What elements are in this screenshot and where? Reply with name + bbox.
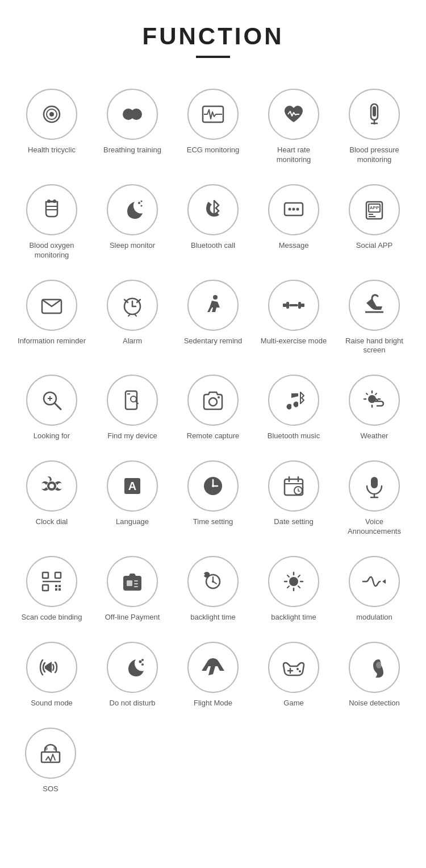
- icon-alarm: [107, 280, 158, 331]
- icon-blood-pressure: [349, 89, 400, 140]
- icon-multi-exercise: [268, 280, 319, 331]
- item-scan-code: Scan code binding: [11, 548, 92, 628]
- item-date-setting: Date setting: [253, 452, 334, 542]
- label-message: Message: [279, 241, 309, 251]
- item-sos: SOS: [23, 720, 78, 800]
- svg-point-4: [131, 109, 142, 120]
- svg-rect-77: [43, 572, 48, 578]
- svg-rect-74: [371, 477, 378, 488]
- icon-noise-detection: [349, 642, 400, 693]
- item-sleep-monitor: Sleep monitor: [92, 176, 173, 266]
- svg-point-93: [289, 577, 298, 586]
- svg-point-17: [141, 200, 143, 202]
- icon-modulation: [349, 556, 400, 607]
- svg-point-15: [138, 202, 140, 204]
- label-backlight-time-1: backlight time: [190, 613, 235, 622]
- svg-rect-81: [55, 585, 57, 587]
- svg-rect-85: [127, 580, 132, 586]
- svg-rect-79: [43, 585, 48, 591]
- svg-point-51: [209, 398, 217, 406]
- item-voice: Voice Announcements: [334, 452, 415, 542]
- label-time-setting: Time setting: [193, 517, 233, 527]
- icon-raise-hand: [349, 280, 400, 331]
- svg-line-100: [287, 586, 289, 588]
- item-info-reminder: Information reminder: [11, 272, 92, 362]
- svg-rect-37: [283, 304, 286, 307]
- item-clock-dial: Clock dial: [11, 452, 92, 542]
- icon-sleep-monitor: [107, 184, 158, 235]
- item-alarm: Alarm: [92, 272, 173, 362]
- svg-rect-82: [59, 585, 61, 587]
- label-do-not-disturb: Do not disturb: [110, 699, 156, 708]
- icon-breathing-training: [107, 89, 158, 140]
- label-breathing-training: Breathing training: [103, 146, 161, 155]
- label-sos: SOS: [43, 784, 58, 794]
- icon-bluetooth-call: [187, 184, 239, 235]
- svg-point-106: [141, 663, 144, 666]
- svg-point-114: [44, 747, 48, 750]
- label-info-reminder: Information reminder: [18, 337, 86, 346]
- label-modulation: modulation: [356, 613, 392, 622]
- icon-sound-mode: [26, 642, 77, 693]
- icon-looking-for: [26, 375, 77, 426]
- svg-point-52: [218, 396, 220, 398]
- icon-backlight-time-2: [268, 556, 319, 607]
- item-bluetooth-music: Bluetooth music: [253, 367, 334, 447]
- icon-language: A: [107, 460, 158, 512]
- icon-find-device: [107, 375, 158, 426]
- icon-message: [268, 184, 319, 235]
- icon-bluetooth-music: [268, 375, 319, 426]
- icon-offline-payment: [107, 556, 158, 607]
- label-sleep-monitor: Sleep monitor: [110, 241, 155, 251]
- item-health-tricyclic: Health tricyclic: [11, 81, 92, 171]
- label-blood-oxygen: Blood oxygen monitoring: [18, 241, 86, 260]
- svg-rect-7: [373, 106, 376, 117]
- label-scan-code: Scan code binding: [22, 613, 82, 622]
- label-flight-mode: Flight Mode: [194, 699, 232, 708]
- item-multi-exercise: Multi-exercise mode: [253, 272, 334, 362]
- title-underline: [196, 56, 230, 58]
- label-bluetooth-call: Bluetooth call: [191, 241, 235, 251]
- label-voice: Voice Announcements: [340, 517, 408, 537]
- svg-text:A: A: [128, 480, 136, 492]
- page: FUNCTION Health tricyclic Breathing trai…: [0, 0, 426, 834]
- svg-rect-84: [59, 588, 61, 591]
- icon-date-setting: [268, 460, 319, 512]
- item-find-device: Find my device: [92, 367, 173, 447]
- svg-point-21: [293, 207, 295, 210]
- label-clock-dial: Clock dial: [36, 517, 68, 527]
- icon-remote-capture: [187, 375, 239, 426]
- label-backlight-time-2: backlight time: [271, 613, 316, 622]
- item-bluetooth-call: Bluetooth call: [173, 176, 253, 266]
- icon-weather: [349, 375, 400, 426]
- svg-rect-41: [289, 304, 298, 306]
- svg-point-2: [49, 112, 54, 117]
- icon-game: [268, 642, 319, 693]
- sos-row: SOS: [11, 720, 415, 800]
- icon-sos: [25, 728, 76, 779]
- svg-rect-39: [286, 302, 289, 309]
- label-ecg-monitoring: ECG monitoring: [187, 146, 239, 155]
- icon-info-reminder: [26, 280, 77, 331]
- svg-point-112: [376, 662, 382, 668]
- svg-line-101: [298, 586, 300, 588]
- label-game: Game: [283, 699, 303, 708]
- svg-rect-40: [298, 302, 301, 309]
- item-offline-payment: Off-line Payment: [92, 548, 173, 628]
- svg-point-92: [212, 580, 214, 583]
- label-multi-exercise: Multi-exercise mode: [261, 337, 327, 346]
- item-blood-pressure: Blood pressure monitoring: [334, 81, 415, 171]
- item-blood-oxygen: Blood oxygen monitoring: [11, 176, 92, 266]
- icon-social-app: APP: [349, 184, 400, 235]
- icon-voice: [349, 460, 400, 512]
- item-time-setting: Time setting: [173, 452, 253, 542]
- icon-backlight-time-1: [187, 556, 239, 607]
- svg-point-111: [299, 670, 301, 672]
- item-sedentary: Sedentary remind: [173, 272, 253, 362]
- icon-sedentary: [187, 280, 239, 331]
- svg-point-68: [212, 485, 214, 487]
- svg-text:APP: APP: [370, 205, 379, 210]
- svg-point-20: [289, 207, 291, 210]
- svg-point-115: [53, 747, 57, 750]
- item-flight-mode: Flight Mode: [173, 634, 253, 714]
